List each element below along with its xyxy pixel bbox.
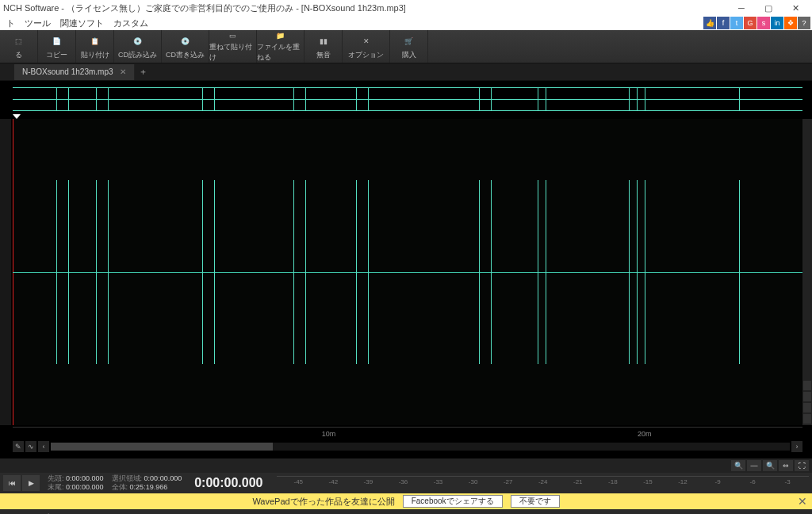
tab-label: N-BOXsound 1h23m.mp3 xyxy=(22,67,113,76)
dismiss-button[interactable]: 不要です xyxy=(511,495,560,508)
linkedin-icon[interactable]: in xyxy=(771,17,783,29)
toolbar-button[interactable]: 📁ファイルを重ねる xyxy=(257,30,304,63)
wave-spike xyxy=(645,180,645,364)
wave-spike xyxy=(637,180,638,364)
window-title: NCH Software - （ライセンス無し）ご家庭での非営利目的でのご使用の… xyxy=(3,2,728,14)
wave-spike xyxy=(538,180,538,364)
title-bar: NCH Software - （ライセンス無し）ご家庭での非営利目的でのご使用の… xyxy=(0,0,812,16)
zero-line xyxy=(13,272,802,273)
wave-spike xyxy=(629,180,630,364)
side-tool[interactable] xyxy=(803,414,811,424)
tab-file[interactable]: N-BOXsound 1h23m.mp3 ✕ xyxy=(14,64,135,80)
new-tab-button[interactable]: ＋ xyxy=(135,66,152,78)
google-icon[interactable]: G xyxy=(744,17,756,29)
toolbar-label: 重ねて貼り付け xyxy=(209,42,256,63)
db-tick: -36 xyxy=(399,478,408,485)
zoom-slider[interactable]: — xyxy=(747,460,761,471)
db-tick: -33 xyxy=(434,478,443,485)
toolbar-button[interactable]: ▭重ねて貼り付け xyxy=(209,30,257,63)
twitter-icon[interactable]: t xyxy=(730,17,743,29)
toolbar-label: る xyxy=(15,50,22,60)
wave-tool-icon[interactable]: ∿ xyxy=(25,441,36,452)
toolbar-button[interactable]: ▮▮無音 xyxy=(304,30,343,63)
toolbar-icon: 📋 xyxy=(87,33,103,49)
waveform-canvas[interactable] xyxy=(13,119,802,425)
toolbar-button[interactable]: 📄コピー xyxy=(38,30,76,63)
toolbar-label: オプション xyxy=(348,50,384,60)
wave-spike xyxy=(356,180,357,364)
wave-spike xyxy=(305,180,306,364)
side-tool[interactable] xyxy=(803,403,811,412)
thumb-icon[interactable]: 👍 xyxy=(703,17,716,29)
zoom-reset-icon[interactable]: ⛶ xyxy=(795,460,809,471)
facebook-icon[interactable]: f xyxy=(717,17,730,29)
close-button[interactable]: ✕ xyxy=(782,0,809,16)
maximize-button[interactable]: ▢ xyxy=(755,0,782,16)
menu-item[interactable]: カスタム xyxy=(109,16,153,30)
left-gutter xyxy=(0,119,11,425)
db-tick: -42 xyxy=(329,478,339,485)
scroll-track[interactable] xyxy=(51,443,790,451)
toolbar-button[interactable]: 💿CD読み込み xyxy=(114,30,162,63)
social-icons: 👍 f t G s in ❖ ? xyxy=(703,17,810,29)
side-tool[interactable] xyxy=(803,392,811,401)
scroll-right-icon[interactable]: › xyxy=(791,441,802,452)
overview-waveform[interactable] xyxy=(13,87,802,111)
wave-spike xyxy=(491,180,492,364)
close-notice-icon[interactable]: ✕ xyxy=(798,495,807,508)
menu-item[interactable]: ツール xyxy=(20,16,56,30)
minimize-button[interactable]: ─ xyxy=(728,0,755,16)
zoom-in-icon[interactable]: 🔍 xyxy=(763,460,777,471)
right-tool-column xyxy=(802,119,812,425)
db-tick: -30 xyxy=(469,478,478,485)
edit-tool-icon[interactable]: ✎ xyxy=(13,441,24,452)
time-axis: 10m20m xyxy=(13,427,802,439)
facebook-share-button[interactable]: Facebookでシェアする xyxy=(403,495,503,508)
toolbar-label: CD読み込み xyxy=(118,50,157,60)
transport-controls: ⏮ ▶ xyxy=(3,475,40,491)
toolbar-label: コピー xyxy=(46,50,67,60)
rss-icon[interactable]: ❖ xyxy=(784,17,797,29)
wave-spike xyxy=(96,180,97,364)
db-tick: -39 xyxy=(364,478,373,485)
menu-item[interactable]: ト xyxy=(2,16,20,30)
toolbar-button[interactable]: 📋貼り付け xyxy=(76,30,114,63)
notice-text: WavePadで作った作品を友達に公開 xyxy=(252,496,394,508)
zoom-row: 🔍 — 🔍 ⇔ ⛶ xyxy=(0,458,812,473)
zoom-out-icon[interactable]: 🔍 xyxy=(731,460,745,471)
toolbar-icon: 📁 xyxy=(273,30,289,41)
head-tail: 先頭: 0:00:00.000 末尾: 0:00:00.000 xyxy=(48,474,104,492)
wave-spike xyxy=(68,180,69,364)
wave-spike xyxy=(368,180,369,364)
toolbar-label: ファイルを重ねる xyxy=(257,42,304,63)
close-tab-icon[interactable]: ✕ xyxy=(120,67,126,76)
side-tool[interactable] xyxy=(803,381,811,390)
db-tick: -9 xyxy=(714,478,720,485)
wave-spike xyxy=(202,180,203,364)
toolbar-icon: ⬚ xyxy=(11,33,27,49)
zoom-fit-icon[interactable]: ⇔ xyxy=(779,460,793,471)
menu-item[interactable]: 関連ソフト xyxy=(56,16,109,30)
toolbar-button[interactable]: 💿CD書き込み xyxy=(162,30,209,63)
toolbar-button[interactable]: ⬚る xyxy=(0,30,38,63)
tab-bar: N-BOXsound 1h23m.mp3 ✕ ＋ xyxy=(0,63,812,81)
db-tick: -45 xyxy=(293,478,303,485)
selection-total: 選択領域: 0:00:00.000 全体: 0:25:19.966 xyxy=(112,474,182,492)
wave-spike xyxy=(56,180,57,364)
rewind-button[interactable]: ⏮ xyxy=(3,475,21,491)
db-tick: -24 xyxy=(538,478,548,485)
scroll-thumb[interactable] xyxy=(51,443,273,451)
toolbar-icon: ▭ xyxy=(225,30,241,41)
info-bar: ⏮ ▶ 先頭: 0:00:00.000 末尾: 0:00:00.000 選択領域… xyxy=(0,473,812,493)
toolbar-button[interactable]: 🛒購入 xyxy=(390,30,428,63)
toolbar-icon: 💿 xyxy=(178,33,193,49)
toolbar-icon: 📄 xyxy=(49,33,65,49)
toolbar-button[interactable]: ✕オプション xyxy=(343,30,390,63)
toolbar-label: CD書き込み xyxy=(166,50,205,60)
wave-spike xyxy=(214,180,215,364)
toolbar-icon: ✕ xyxy=(358,33,374,49)
scroll-left-icon[interactable]: ‹ xyxy=(38,441,49,452)
play-button[interactable]: ▶ xyxy=(22,475,40,491)
help-icon[interactable]: ? xyxy=(798,17,810,29)
share-icon[interactable]: s xyxy=(757,17,770,29)
